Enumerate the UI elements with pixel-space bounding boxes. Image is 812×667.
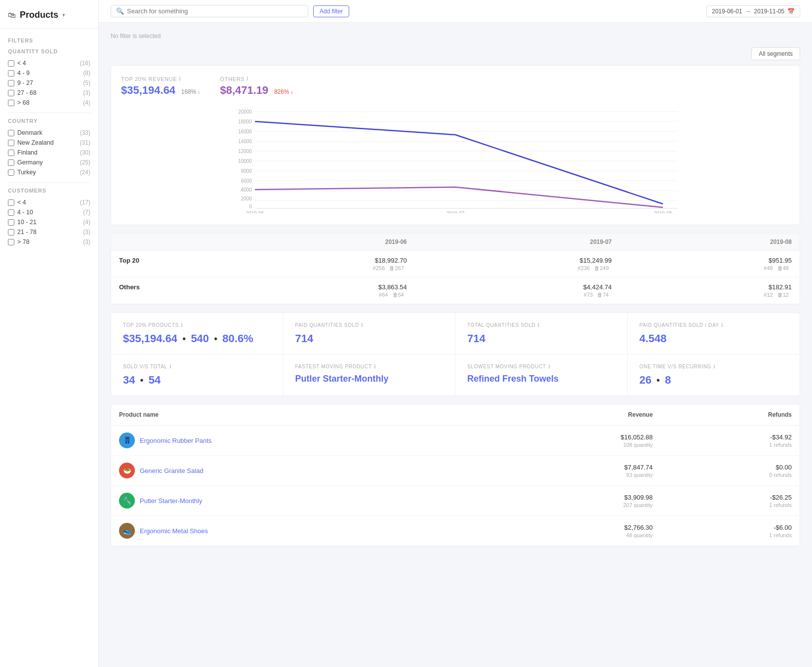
one-time-info-icon[interactable]: ℹ (713, 363, 716, 370)
paid-day-info-icon[interactable]: ℹ (721, 322, 724, 328)
slowest-info-icon[interactable]: ℹ (548, 363, 551, 370)
product-refund-main: -$6.00 (669, 524, 792, 531)
quantity-filter-label[interactable]: 9 - 27 (8, 79, 33, 86)
period-col1: $3,863.54 #64 🗑64 (210, 277, 415, 304)
down-arrow-icon: ↓ (197, 88, 200, 95)
orders-icon: #12 (764, 292, 772, 298)
customer-checkbox[interactable] (8, 219, 14, 226)
customer-filter-item: 21 - 78(3) (8, 227, 90, 237)
add-filter-button[interactable]: Add filter (313, 5, 349, 17)
country-filter-label[interactable]: Denmark (8, 129, 42, 136)
quantity-checkbox[interactable] (8, 70, 14, 77)
customer-checkbox[interactable] (8, 229, 14, 235)
search-box[interactable]: 🔍 (111, 5, 308, 17)
country-filter-count: (30) (80, 149, 90, 156)
customer-filter-label[interactable]: < 4 (8, 199, 26, 206)
top20-info-icon[interactable]: ℹ (179, 76, 181, 82)
customer-filter-label[interactable]: > 78 (8, 238, 30, 245)
period-col3-main: $182.91 (628, 283, 792, 291)
product-name[interactable]: Ergonomic Metal Shoes (140, 527, 208, 535)
others-value: $8,471.19 (220, 84, 268, 96)
quantity-filter-label[interactable]: 4 - 9 (8, 70, 30, 77)
customer-filter-label[interactable]: 21 - 78 (8, 229, 37, 235)
product-row: 👟 Ergonomic Metal Shoes (119, 523, 484, 539)
chevron-down-icon[interactable]: ▾ (62, 12, 65, 18)
customer-filter-count: (4) (83, 219, 90, 226)
product-name-cell: 🔧 Putler Starter-Monthly (111, 486, 492, 516)
svg-text:18000: 18000 (238, 119, 252, 124)
all-segments-button[interactable]: All segments (751, 47, 800, 60)
country-checkbox[interactable] (8, 150, 14, 156)
content-area: No filter is selected All segments TOP 2… (99, 23, 812, 556)
orders-icon: #73 (584, 292, 593, 298)
quantity-checkbox[interactable] (8, 80, 14, 86)
product-row: 🥗 Generic Granite Salad (119, 463, 484, 478)
country-filter-label[interactable]: Germany (8, 159, 42, 166)
country-filter-label[interactable]: Turkey (8, 169, 36, 176)
refunds-icon: 🗑249 (594, 265, 609, 271)
country-filter-text: Germany (17, 159, 42, 166)
quantity-filter-label[interactable]: < 4 (8, 60, 26, 67)
country-filter-text: Denmark (17, 129, 42, 136)
quantity-filter-item: < 4(16) (8, 58, 90, 68)
country-label: COUNTRY (8, 118, 90, 124)
quantity-checkbox[interactable] (8, 100, 14, 106)
orders-icon: #48 (764, 265, 772, 271)
country-checkbox[interactable] (8, 169, 14, 176)
quantity-filter-label[interactable]: > 68 (8, 99, 30, 106)
svg-text:16000: 16000 (238, 129, 252, 134)
country-checkbox[interactable] (8, 159, 14, 166)
sold-vs-total-info-icon[interactable]: ℹ (169, 363, 172, 370)
paid-qty-info-icon[interactable]: ℹ (361, 322, 364, 328)
customer-filter-text: 10 - 21 (17, 219, 37, 226)
product-refund-main: -$26.25 (669, 494, 792, 501)
country-filter-text: Finland (17, 149, 38, 156)
customer-checkbox[interactable] (8, 209, 14, 216)
product-table-row: 🥗 Generic Granite Salad $7,847.74 93 qua… (111, 456, 800, 486)
quantity-filter-label[interactable]: 27 - 68 (8, 89, 37, 96)
quantity-checkbox[interactable] (8, 60, 14, 67)
paid-day-stat: PAID QUANTITIES SOLD / DAY ℹ 4.548 (628, 313, 800, 354)
period-col2: $4,424.74 #73 🗑74 (415, 277, 620, 304)
country-filter-label[interactable]: New Zealand (8, 139, 54, 146)
customer-filter-item: < 4(17) (8, 197, 90, 207)
date-range-picker[interactable]: 2019-06-01 → 2019-11-05 📅 (706, 5, 800, 17)
top20-change: 168% ↓ (181, 88, 201, 95)
customer-checkbox[interactable] (8, 199, 14, 206)
product-revenue-sub: 108 quantity (500, 442, 652, 448)
chart-section: TOP 20% REVENUE ℹ $35,194.64 168% ↓ (111, 65, 800, 225)
topbar: 🔍 Add filter 2019-06-01 → 2019-11-05 📅 (99, 0, 812, 23)
main-content: 🔍 Add filter 2019-06-01 → 2019-11-05 📅 N… (99, 0, 812, 667)
others-value-row: $8,471.19 826% ↓ (220, 84, 293, 97)
customer-checkbox[interactable] (8, 239, 14, 245)
fastest-info-icon[interactable]: ℹ (374, 363, 376, 370)
country-filter-count: (31) (80, 139, 90, 146)
total-qty-info-icon[interactable]: ℹ (537, 322, 540, 328)
total-qty-value: 714 (467, 332, 615, 345)
product-name[interactable]: Ergonomic Rubber Pants (140, 437, 211, 444)
refunds-icon: 🗑48 (777, 265, 789, 271)
quantity-sold-filters: < 4(16)4 - 9(8)9 - 27(5)27 - 68(3)> 68(4… (8, 58, 90, 108)
top20-products-info-icon[interactable]: ℹ (181, 322, 183, 328)
svg-text:12000: 12000 (238, 149, 252, 154)
country-filter-count: (33) (80, 129, 90, 136)
country-checkbox[interactable] (8, 130, 14, 136)
revenue-chart: 20000 18000 16000 14000 12000 10000 8000… (121, 105, 790, 215)
product-name[interactable]: Putler Starter-Monthly (140, 497, 202, 505)
refunds-icon: 🗑12 (777, 292, 789, 298)
others-info-icon[interactable]: ℹ (246, 76, 249, 82)
period-col2-sub: #236 🗑249 (423, 265, 612, 271)
date-separator: → (745, 8, 751, 15)
svg-text:14000: 14000 (238, 139, 252, 144)
customer-filter-label[interactable]: 10 - 21 (8, 219, 37, 226)
others-label: OTHERS ℹ (220, 76, 293, 82)
country-filter-label[interactable]: Finland (8, 149, 38, 156)
period-row-name: Top 20 (111, 251, 210, 277)
customer-filter-label[interactable]: 4 - 10 (8, 209, 33, 216)
country-checkbox[interactable] (8, 140, 14, 146)
product-name[interactable]: Generic Granite Salad (140, 467, 203, 474)
quantity-checkbox[interactable] (8, 90, 14, 96)
country-filter-text: Turkey (17, 169, 36, 176)
search-input[interactable] (127, 7, 303, 15)
product-refund-sub: 1 refunds (669, 532, 792, 538)
